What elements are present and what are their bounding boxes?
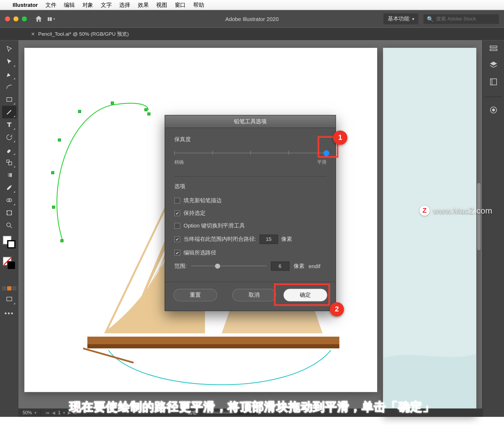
ellipsis-icon: ••• [4,310,14,317]
within-range-value[interactable] [271,262,289,271]
scale-tool[interactable] [2,156,16,169]
selection-tool[interactable] [2,43,16,55]
minimize-window-button[interactable] [13,16,18,21]
tools-panel: ••• [0,40,18,417]
screen-mode-tool[interactable] [2,293,16,306]
svg-rect-2 [7,98,12,101]
fidelity-smooth-label: 平滑 [317,159,326,165]
fidelity-label: 保真度 [174,136,326,143]
adobe-stock-search[interactable]: 🔍 [423,14,499,24]
type-tool[interactable] [2,118,16,131]
fullscreen-window-button[interactable] [22,16,27,21]
menu-effect[interactable]: 效果 [138,1,149,9]
svg-rect-10 [7,297,12,301]
anchor-point[interactable] [52,206,55,209]
close-window-button[interactable] [5,16,10,21]
app-title: Adobe Illustrator 2020 [225,16,279,22]
artboard-secondary[interactable] [383,48,476,417]
vertical-scrollbar[interactable] [477,183,481,250]
color-swatch[interactable] [7,261,15,269]
sea-artwork [383,48,476,417]
caption-text: 现在要使绘制的路径更平滑，将顶部滑块拖动到平滑，单击「确定」 [69,399,435,415]
option-toggles-smooth-checkbox[interactable]: Option 键切换到平滑工具 [174,222,326,230]
anchor-point[interactable] [60,239,63,242]
menu-window[interactable]: 窗口 [175,1,186,9]
svg-rect-12 [87,344,339,348]
arrange-documents-icon[interactable]: ▾ [47,15,55,23]
svg-rect-11 [87,337,339,344]
document-tab-label: Pencil_Tool.ai* @ 50% (RGB/GPU 预览) [38,30,129,38]
menu-help[interactable]: 帮助 [193,1,204,9]
cancel-button[interactable]: 取消 [232,289,276,301]
svg-rect-5 [7,173,12,177]
pencil-tool[interactable] [2,106,16,118]
close-tab-icon[interactable]: ✕ [31,31,35,37]
home-icon[interactable] [34,15,43,23]
menu-view[interactable]: 视图 [156,1,167,9]
svg-point-9 [7,223,10,227]
mac-menubar[interactable]: Illustrator 文件 编辑 对象 文字 选择 效果 视图 窗口 帮助 [0,0,504,10]
reset-button[interactable]: 重置 [174,289,217,301]
shape-builder-tool[interactable] [2,194,16,206]
close-paths-checkbox[interactable]: 当终端在此范围内时闭合路径: 像素 [174,235,326,244]
svg-rect-0 [48,17,49,21]
options-label: 选项 [174,183,326,190]
checkbox-label: 填充新铅笔描边 [183,197,222,204]
properties-panel-icon[interactable] [489,44,498,55]
anchor-point[interactable] [78,110,81,113]
svg-rect-1 [50,17,52,21]
edit-selected-paths-checkbox[interactable]: 编辑所选路径 [174,249,326,257]
document-tab[interactable]: ✕ Pencil_Tool.ai* @ 50% (RGB/GPU 预览) [26,28,134,40]
ok-button[interactable]: 确定 [284,289,327,301]
eraser-tool[interactable] [2,144,16,156]
watermark: Z www.MacZ.com [419,206,492,216]
stroke-swatch[interactable] [7,240,15,248]
fidelity-slider-thumb[interactable] [323,150,329,156]
rectangle-tool[interactable] [2,93,16,106]
rotate-tool[interactable] [2,131,16,144]
workspace-label: 基本功能 [388,15,410,23]
checkbox-label: 保持选定 [183,209,205,217]
draw-mode-icons[interactable] [2,286,16,290]
unit-label: 像素 [293,262,304,270]
anchor-point[interactable] [144,108,147,111]
within-range-row: 范围: 像素 endif [174,262,326,271]
menu-file[interactable]: 文件 [45,1,56,9]
gradient-tool[interactable] [2,169,16,181]
artboard-tool[interactable] [2,206,16,219]
fill-stroke-swatch[interactable] [2,236,16,253]
keep-selected-checkbox[interactable]: 保持选定 [174,209,326,217]
workspace-switcher[interactable]: 基本功能 ▾ [384,13,418,24]
svg-point-18 [492,109,495,111]
range-label: 范围: [174,262,187,270]
drawn-path [54,101,155,248]
edit-toolbar[interactable]: ••• [2,306,16,318]
curvature-tool[interactable] [2,81,16,93]
close-paths-value[interactable] [259,235,278,244]
anchor-point[interactable] [148,113,150,115]
layers-panel-icon[interactable] [489,60,498,71]
menu-edit[interactable]: 编辑 [64,1,75,9]
direct-selection-tool[interactable] [2,55,16,68]
checkbox-label: 当终端在此范围内时闭合路径: [183,236,256,243]
app-name[interactable]: Illustrator [13,2,38,8]
eyedropper-tool[interactable] [2,181,16,194]
checkbox-label: 编辑所选路径 [183,249,216,257]
within-range-slider[interactable] [191,263,266,270]
anchor-point[interactable] [58,139,61,141]
fill-new-strokes-checkbox[interactable]: 填充新铅笔描边 [174,197,326,204]
fidelity-slider[interactable] [174,149,326,157]
pen-tool[interactable] [2,68,16,81]
libraries-panel-icon[interactable] [489,77,498,88]
tutorial-caption: 现在要使绘制的路径更平滑，将顶部滑块拖动到平滑，单击「确定」 [0,399,504,415]
menu-object[interactable]: 对象 [82,1,93,9]
tutorial-badge-2: 2 [330,302,344,316]
menu-type[interactable]: 文字 [101,1,112,9]
anchor-point[interactable] [111,102,114,104]
appearance-panel-icon[interactable] [489,105,498,116]
search-input[interactable] [436,16,496,22]
anchor-point[interactable] [51,171,54,174]
watermark-text: www.MacZ.com [433,206,492,216]
zoom-tool[interactable] [2,219,16,232]
menu-select[interactable]: 选择 [119,1,130,9]
